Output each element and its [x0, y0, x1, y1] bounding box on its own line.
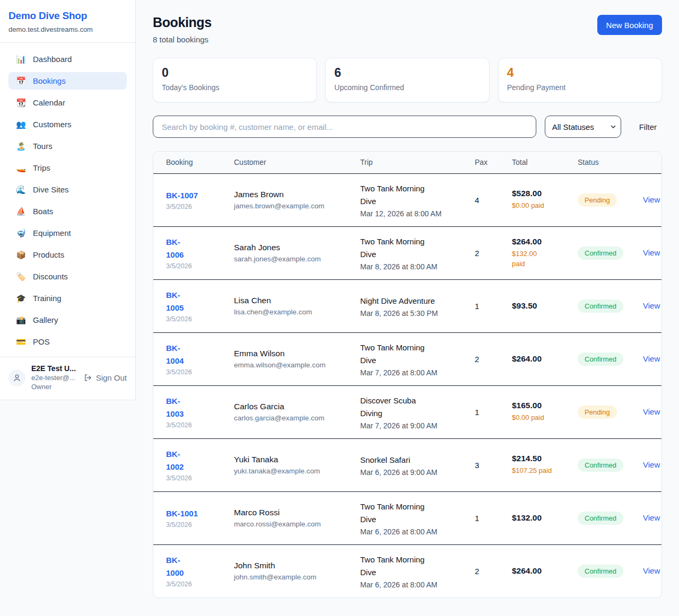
status-cell: Confirmed: [569, 332, 634, 385]
customer-cell: Marco Rossi marco.rossi@example.com: [225, 491, 352, 544]
booking-number-link[interactable]: BK- 1004: [166, 342, 217, 367]
sidebar-nav-item[interactable]: 📊 Dashboard: [8, 50, 127, 68]
page-header: Bookings 8 total bookings New Booking: [153, 15, 662, 44]
trip-datetime: Mar 8, 2026 at 8:00 AM: [360, 262, 458, 271]
booking-row: BK- 1000 3/5/2026 John Smith john.smith@…: [153, 544, 661, 597]
actions-cell: View: [634, 279, 661, 332]
booking-number-link[interactable]: BK- 1000: [166, 554, 217, 579]
trip-cell: Two Tank Morning Dive Mar 7, 2026 at 8:0…: [352, 332, 466, 385]
view-link[interactable]: View: [643, 195, 660, 204]
view-link[interactable]: View: [643, 248, 660, 257]
user-email: e2e-tester@...: [31, 374, 77, 383]
sidebar-nav-item[interactable]: 📦 Products: [8, 246, 127, 263]
sidebar-nav-item[interactable]: 🏝️ Tours: [8, 137, 127, 155]
sidebar-nav-item[interactable]: 👥 Customers: [8, 116, 127, 133]
sidebar-nav-item[interactable]: 📅 Bookings: [8, 72, 127, 90]
trip-name: Two Tank Morning Dive: [360, 553, 458, 579]
booking-row: BK- 1003 3/5/2026 Carlos Garcia carlos.g…: [153, 385, 661, 438]
trip-name: Snorkel Safari: [360, 454, 458, 467]
booking-date: 3/5/2026: [166, 203, 217, 210]
avatar: [8, 369, 25, 386]
sign-out-icon: [83, 373, 92, 382]
trip-datetime: Mar 6, 2026 at 8:00 AM: [360, 580, 458, 589]
nav-item-label: Boats: [33, 207, 53, 216]
sidebar-nav-item[interactable]: 📆 Calendar: [8, 94, 127, 111]
customer-cell: Yuki Tanaka yuki.tanaka@example.com: [225, 438, 352, 491]
nav-item-label: Equipment: [33, 228, 71, 237]
nav-item-icon: ⛵: [16, 207, 26, 215]
total-cell: $264.00: [503, 544, 569, 597]
stat-label: Upcoming Confirmed: [334, 83, 480, 92]
view-link[interactable]: View: [643, 301, 660, 310]
customer-email: lisa.chen@example.com: [234, 308, 343, 316]
view-link[interactable]: View: [643, 407, 660, 416]
booking-row: BK- 1005 3/5/2026 Lisa Chen lisa.chen@ex…: [153, 279, 661, 332]
booking-number-link[interactable]: BK- 1002: [166, 448, 217, 473]
status-badge: Confirmed: [578, 247, 623, 260]
total-amount: $264.00: [512, 237, 561, 247]
filter-button[interactable]: Filter: [634, 122, 662, 131]
status-badge: Confirmed: [578, 353, 623, 366]
booking-row: BK- 1006 3/5/2026 Sarah Jones sarah.jone…: [153, 226, 661, 279]
sign-out-label: Sign Out: [96, 373, 127, 382]
shop-domain: demo.test.divestreams.com: [8, 25, 127, 33]
total-amount: $528.00: [512, 189, 561, 198]
trip-datetime: Mar 7, 2026 at 9:00 AM: [360, 421, 458, 430]
status-cell: Confirmed: [569, 438, 634, 491]
page-subtitle: 8 total bookings: [153, 35, 212, 44]
sidebar-nav-item[interactable]: 🎓 Training: [8, 289, 127, 307]
paid-amount: $0.00 paid: [512, 201, 561, 210]
total-cell: $93.50: [503, 279, 569, 332]
sign-out-button[interactable]: Sign Out: [83, 373, 127, 382]
view-link[interactable]: View: [643, 460, 660, 469]
sidebar-nav-item[interactable]: 🌊 Dive Sites: [8, 181, 127, 198]
booking-number-link[interactable]: BK- 1005: [166, 289, 217, 314]
total-amount: $93.50: [512, 301, 561, 311]
trip-name: Discover Scuba Diving: [360, 394, 458, 420]
booking-number-link[interactable]: BK- 1003: [166, 395, 217, 420]
paid-amount: $132.00 paid: [512, 249, 561, 268]
booking-number-link[interactable]: BK-1007: [166, 189, 217, 202]
booking-number-link[interactable]: BK-1001: [166, 507, 217, 520]
view-link[interactable]: View: [643, 354, 660, 363]
sidebar-nav-item[interactable]: 🏷️ Discounts: [8, 268, 127, 285]
search-input[interactable]: [153, 116, 536, 138]
column-header-actions: [634, 152, 661, 173]
column-header-trip: Trip: [352, 152, 466, 173]
trip-name: Two Tank Morning Dive: [360, 235, 458, 261]
sidebar-nav-item[interactable]: 📸 Gallery: [8, 311, 127, 329]
booking-cell: BK- 1004 3/5/2026: [153, 332, 225, 385]
view-link[interactable]: View: [643, 513, 660, 522]
booking-date: 3/5/2026: [166, 580, 217, 588]
sidebar-nav-item[interactable]: 💳 POS: [8, 333, 127, 350]
view-link[interactable]: View: [643, 566, 660, 575]
status-select[interactable]: All Statuses: [545, 116, 621, 138]
booking-date: 3/5/2026: [166, 368, 217, 376]
nav-item-icon: 🌊: [16, 186, 26, 193]
trip-cell: Two Tank Morning Dive Mar 6, 2026 at 8:0…: [352, 491, 466, 544]
new-booking-button[interactable]: New Booking: [597, 15, 662, 35]
sidebar-nav-item[interactable]: 🚤 Trips: [8, 159, 127, 177]
sidebar-nav-item[interactable]: ⛵ Boats: [8, 203, 127, 220]
booking-number-link[interactable]: BK- 1006: [166, 236, 217, 261]
nav-item-icon: 📆: [16, 99, 26, 107]
sidebar-user-footer: E2E Test U... e2e-tester@... Owner Sign …: [0, 357, 135, 400]
booking-row: BK-1007 3/5/2026 James Brown james.brown…: [153, 173, 661, 226]
nav-item-label: Discounts: [33, 272, 68, 281]
customer-name: James Brown: [234, 190, 343, 199]
user-role: Owner: [31, 383, 77, 392]
booking-date: 3/5/2026: [166, 315, 217, 323]
total-cell: $264.00: [503, 332, 569, 385]
status-cell: Confirmed: [569, 544, 634, 597]
booking-cell: BK- 1005 3/5/2026: [153, 279, 225, 332]
sidebar-nav-item[interactable]: 🤿 Equipment: [8, 224, 127, 242]
trip-datetime: Mar 8, 2026 at 5:30 PM: [360, 309, 458, 318]
trip-cell: Snorkel Safari Mar 6, 2026 at 9:00 AM: [352, 438, 466, 491]
page-header-text: Bookings 8 total bookings: [153, 15, 212, 44]
nav-item-label: Tours: [33, 142, 53, 151]
page-title: Bookings: [153, 15, 212, 30]
status-cell: Confirmed: [569, 491, 634, 544]
customer-email: yuki.tanaka@example.com: [234, 467, 343, 475]
paid-amount: $0.00 paid: [512, 413, 561, 423]
booking-date: 3/5/2026: [166, 421, 217, 429]
